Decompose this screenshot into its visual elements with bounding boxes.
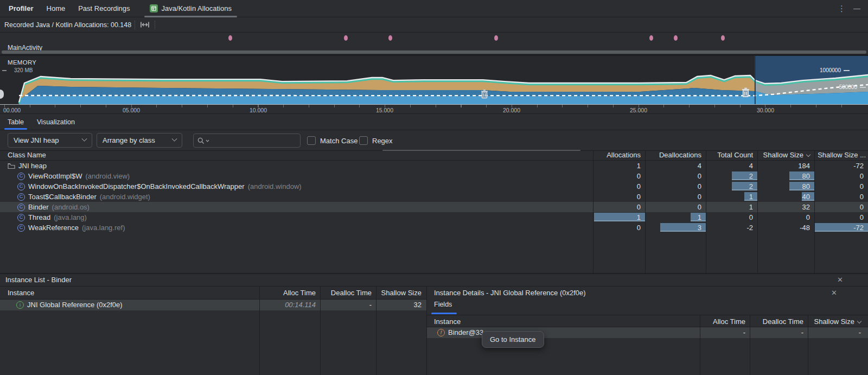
- column-divider: [757, 151, 758, 273]
- column-header-shallow-size[interactable]: Shallow Size: [376, 289, 426, 300]
- axis-tick-label: 00.000: [3, 107, 21, 113]
- regex-checkbox[interactable]: [359, 136, 368, 145]
- tab-past-recordings[interactable]: Past Recordings: [78, 4, 130, 12]
- menu-item-go-to-instance[interactable]: Go to Instance: [490, 335, 536, 344]
- table-row-binder-selected[interactable]: C Binder (android.os) 0 0 1 32 0: [0, 202, 868, 212]
- column-divider: [808, 315, 808, 375]
- instance-row-jni-global-reference[interactable]: i JNI Global Reference (0x2f0e) 00:14.11…: [0, 300, 426, 310]
- column-header-shallow-size-diff[interactable]: Shallow Size ...: [814, 151, 866, 159]
- time-axis: 00.000 05.000 10.000 15.000 20.000 25.00…: [0, 104, 868, 113]
- column-header-shallow-size[interactable]: Shallow Size: [757, 151, 810, 159]
- active-tab-underline: [431, 313, 457, 314]
- table-row-jni-heap[interactable]: JNI heap 1 4 4 184 -72: [0, 161, 868, 171]
- column-header-alloc-time[interactable]: Alloc Time: [259, 289, 320, 300]
- tab-home[interactable]: Home: [47, 4, 66, 12]
- class-package: (android.widget): [100, 192, 150, 202]
- match-case-checkbox[interactable]: [307, 136, 316, 145]
- activity-lifecycle-bar: [2, 50, 866, 54]
- search-input[interactable]: [213, 137, 289, 145]
- class-icon: C: [17, 224, 25, 232]
- column-header-allocations[interactable]: Allocations: [593, 151, 641, 159]
- close-icon[interactable]: ✕: [837, 276, 843, 284]
- allocation-event-dot: [649, 35, 653, 41]
- instance-alloc-time: 00:14.114: [259, 300, 320, 310]
- axis-tick-label: 25.000: [630, 107, 647, 113]
- object-count-tick: [860, 87, 866, 88]
- object-count-label-500k: 500000: [839, 84, 857, 90]
- tab-java-kotlin-allocations[interactable]: Java/Kotlin Allocations: [144, 0, 237, 17]
- tab-table[interactable]: Table: [8, 114, 24, 130]
- heap-select[interactable]: View JNI heap: [8, 133, 92, 148]
- allocation-events-track: [0, 33, 868, 44]
- instance-list-title: Instance List - Binder: [5, 276, 72, 284]
- column-divider: [593, 151, 593, 273]
- class-package: (java.lang): [54, 212, 87, 223]
- heap-folder-icon: [8, 163, 15, 169]
- table-row-windowonbackinvokeddispatcher[interactable]: C WindowOnBackInvokedDispatcher$OnBackIn…: [0, 181, 868, 192]
- zoom-to-fit-button[interactable]: [138, 20, 151, 30]
- more-options-icon[interactable]: ⋮: [838, 4, 846, 14]
- field-shallow-size: -: [808, 327, 865, 338]
- tab-visualization[interactable]: Visualization: [37, 114, 75, 130]
- chevron-down-icon: [172, 136, 177, 142]
- recorded-session-label: Recorded Java / Kotlin Allocations: 00.1…: [4, 21, 131, 29]
- session-toolbar: Recorded Java / Kotlin Allocations: 00.1…: [0, 17, 868, 33]
- class-package: (java.lang.ref): [82, 223, 125, 233]
- axis-tick-label: 05.000: [123, 107, 140, 113]
- column-header-dealloc-time[interactable]: Dealloc Time: [320, 289, 376, 300]
- column-divider: [706, 151, 706, 273]
- class-package: (android.os): [52, 202, 90, 212]
- memory-chart-canvas: [0, 56, 868, 104]
- class-name: JNI heap: [18, 161, 47, 171]
- column-header-instance[interactable]: Instance: [8, 289, 34, 297]
- tab-fields-label: Fields: [434, 301, 452, 308]
- column-header-dealloc-time[interactable]: Dealloc Time: [750, 317, 808, 328]
- column-header-deallocations[interactable]: Deallocations: [645, 151, 701, 159]
- column-divider: [700, 315, 700, 375]
- object-count-label-1m: 1000000: [820, 67, 841, 73]
- search-icon: [197, 137, 205, 144]
- column-header-instance[interactable]: Instance: [434, 317, 461, 326]
- tab-fields[interactable]: Fields: [434, 301, 452, 313]
- arrange-select[interactable]: Arrange by class: [97, 133, 182, 148]
- field-instance-name: Binder@33: [448, 327, 483, 338]
- context-menu: Go to Instance: [482, 331, 544, 348]
- search-field[interactable]: [193, 134, 301, 148]
- instance-dealloc-time: -: [320, 300, 376, 310]
- arrange-select-value: Arrange by class: [103, 136, 155, 144]
- column-divider: [814, 151, 815, 273]
- column-header-alloc-time[interactable]: Alloc Time: [700, 317, 750, 328]
- column-header-shallow-size-label: Shallow Size: [381, 289, 422, 297]
- close-icon[interactable]: ✕: [831, 289, 837, 297]
- sort-descending-icon: [857, 319, 861, 323]
- axis-tick-label: 20.000: [503, 107, 520, 113]
- heap-select-value: View JNI heap: [14, 136, 59, 144]
- column-header-shallow-size[interactable]: Shallow Size: [808, 317, 865, 328]
- table-row-viewrootimpl[interactable]: C ViewRootImpl$W (android.view) 0 0 2 80…: [0, 171, 868, 181]
- table-row-toast-callbackbinder[interactable]: C Toast$CallbackBinder (android.widget) …: [0, 192, 868, 202]
- axis-tick-label: 30.000: [757, 107, 774, 113]
- view-tabs: Table Visualization: [0, 114, 868, 130]
- instance-shallow-size: 32: [376, 300, 426, 310]
- chevron-down-icon: [82, 136, 87, 142]
- class-package: (android.view): [85, 171, 130, 181]
- minimize-icon[interactable]: —: [853, 4, 860, 12]
- active-view-tab-underline: [4, 128, 27, 130]
- match-case-label: Match Case: [320, 137, 358, 145]
- table-controls: View JNI heap Arrange by class Match Cas…: [0, 130, 868, 151]
- class-icon: C: [17, 193, 25, 201]
- memory-timeline-chart[interactable]: MEMORY 320 MB 1000000 500000: [0, 56, 868, 104]
- class-name: Binder: [28, 202, 49, 212]
- column-header-class-name[interactable]: Class Name: [8, 151, 46, 159]
- instance-list-header: Instance Alloc Time Dealloc Time Shallow…: [0, 287, 426, 300]
- table-row-weakreference[interactable]: C WeakReference (java.lang.ref) 0 3 -2 -…: [0, 223, 868, 233]
- profiler-menu-label: Profiler: [9, 4, 34, 12]
- table-row-thread[interactable]: C Thread (java.lang) 1 1 0 0 0: [0, 212, 868, 223]
- y-axis-label: 320 MB: [14, 67, 33, 73]
- toolbar-separator: [135, 21, 135, 29]
- sort-descending-icon: [806, 152, 810, 157]
- column-header-shallow-size-label: Shallow Size: [814, 317, 854, 326]
- column-header-total-count[interactable]: Total Count: [706, 151, 753, 159]
- y-axis-tick: [2, 70, 7, 71]
- column-header-shallow-size-label: Shallow Size: [763, 151, 803, 159]
